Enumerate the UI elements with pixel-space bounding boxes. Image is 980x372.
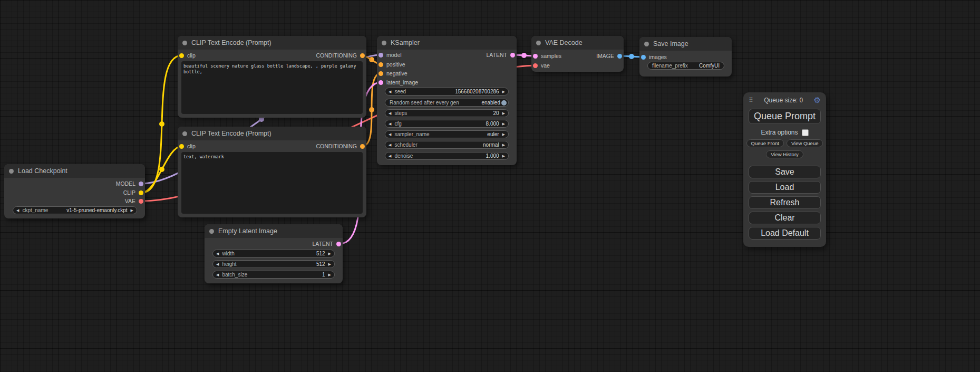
input-slot-clip[interactable]: clip	[179, 52, 196, 59]
widget-cfg[interactable]: ◀ cfg 8.000 ▶	[385, 120, 509, 128]
output-dot-model[interactable]	[139, 182, 143, 186]
collapse-dot-icon[interactable]	[644, 42, 649, 46]
node-title-bar[interactable]: Save Image	[639, 37, 732, 51]
decrement-arrow-icon[interactable]: ◀	[16, 208, 19, 212]
output-dot-conditioning[interactable]	[360, 144, 365, 149]
queue-front-button[interactable]: Queue Front	[746, 139, 784, 147]
output-dot-clip[interactable]	[139, 190, 143, 195]
increment-arrow-icon[interactable]: ▶	[502, 90, 505, 93]
increment-arrow-icon[interactable]: ▶	[502, 154, 505, 158]
input-slot-latent-image[interactable]: latent_image	[379, 79, 418, 86]
toggle-dot-icon[interactable]	[501, 100, 507, 106]
queue-prompt-button[interactable]: Queue Prompt	[749, 109, 821, 124]
increment-arrow-icon[interactable]: ▶	[502, 122, 505, 126]
input-slot-model[interactable]: model	[379, 51, 402, 59]
increment-arrow-icon[interactable]: ▶	[502, 111, 505, 115]
input-dot-clip[interactable]	[179, 53, 184, 58]
load-default-button[interactable]: Load Default	[749, 227, 821, 240]
input-slot-positive[interactable]: positive	[379, 61, 405, 68]
node-empty-latent-image[interactable]: Empty Latent Image LATENT ◀ width 512 ▶ …	[205, 224, 343, 283]
widget-sampler-name[interactable]: ◀ sampler_name euler ▶	[385, 130, 509, 138]
widget-random-seed-toggle[interactable]: Random seed after every gen enabled	[385, 99, 509, 107]
input-dot-clip[interactable]	[179, 144, 184, 149]
input-slot-clip[interactable]: clip	[179, 142, 196, 150]
settings-gear-icon[interactable]: ⚙	[814, 96, 821, 104]
widget-ckpt-name[interactable]: ◀ ckpt_name v1-5-pruned-emaonly.ckpt ▶	[13, 206, 137, 214]
widget-height[interactable]: ◀ height 512 ▶	[212, 260, 335, 268]
output-slot-latent[interactable]: LATENT	[313, 240, 341, 247]
widget-scheduler[interactable]: ◀ scheduler normal ▶	[385, 141, 509, 149]
decrement-arrow-icon[interactable]: ◀	[389, 111, 391, 115]
widget-steps[interactable]: ◀ steps 20 ▶	[385, 109, 509, 117]
node-title-bar[interactable]: Load Checkpoint	[4, 164, 145, 178]
widget-denoise[interactable]: ◀ denoise 1.000 ▶	[385, 152, 509, 160]
decrement-arrow-icon[interactable]: ◀	[216, 262, 219, 266]
input-dot-images[interactable]	[641, 55, 646, 60]
view-queue-button[interactable]: View Queue	[787, 139, 823, 147]
collapse-dot-icon[interactable]	[182, 41, 187, 45]
collapse-dot-icon[interactable]	[182, 131, 187, 136]
input-slot-samples[interactable]: samples	[533, 52, 561, 60]
node-title-bar[interactable]: KSampler	[377, 36, 517, 50]
node-clip-text-encode-positive[interactable]: CLIP Text Encode (Prompt) clip CONDITION…	[178, 36, 366, 118]
increment-arrow-icon[interactable]: ▶	[328, 252, 331, 255]
input-dot-latent-image[interactable]	[379, 80, 383, 85]
output-slot-latent[interactable]: LATENT	[487, 51, 515, 59]
input-dot-vae[interactable]	[533, 63, 538, 68]
output-dot-conditioning[interactable]	[360, 53, 365, 58]
widget-width[interactable]: ◀ width 512 ▶	[212, 250, 335, 257]
increment-arrow-icon[interactable]: ▶	[328, 273, 331, 276]
drag-handle-icon[interactable]: ⠿	[749, 97, 753, 104]
node-graph-canvas[interactable]: Load Checkpoint MODEL CLIP VAE ◀ ckpt_na…	[0, 0, 980, 372]
decrement-arrow-icon[interactable]: ◀	[389, 122, 391, 126]
decrement-arrow-icon[interactable]: ◀	[216, 273, 219, 276]
output-slot-conditioning[interactable]: CONDITIONING	[316, 142, 365, 150]
node-clip-text-encode-negative[interactable]: CLIP Text Encode (Prompt) clip CONDITION…	[178, 127, 366, 217]
decrement-arrow-icon[interactable]: ◀	[216, 252, 219, 255]
collapse-dot-icon[interactable]	[9, 169, 14, 174]
increment-arrow-icon[interactable]: ▶	[502, 132, 505, 136]
refresh-button[interactable]: Refresh	[749, 196, 821, 209]
load-button[interactable]: Load	[749, 181, 821, 194]
input-slot-images[interactable]: images	[641, 53, 667, 61]
increment-arrow-icon[interactable]: ▶	[502, 143, 505, 147]
input-dot-positive[interactable]	[379, 62, 383, 67]
node-save-image[interactable]: Save Image images filename_prefix ComfyU…	[639, 37, 732, 77]
output-slot-clip[interactable]: CLIP	[123, 189, 143, 196]
node-title-bar[interactable]: CLIP Text Encode (Prompt)	[178, 127, 366, 140]
output-slot-conditioning[interactable]: CONDITIONING	[316, 52, 365, 59]
widget-filename-prefix[interactable]: filename_prefix ComfyUI	[647, 62, 724, 70]
collapse-dot-icon[interactable]	[209, 229, 214, 234]
save-button[interactable]: Save	[749, 166, 821, 178]
increment-arrow-icon[interactable]: ▶	[328, 262, 331, 266]
input-slot-vae[interactable]: vae	[533, 62, 550, 69]
input-dot-negative[interactable]	[379, 71, 383, 76]
collapse-dot-icon[interactable]	[536, 41, 541, 45]
input-dot-samples[interactable]	[533, 54, 538, 59]
decrement-arrow-icon[interactable]: ◀	[389, 143, 391, 147]
output-dot-image[interactable]	[617, 54, 622, 59]
node-ksampler[interactable]: KSampler model positive negative latent_…	[377, 36, 517, 165]
prompt-textarea[interactable]: text, watermark	[181, 152, 363, 214]
collapse-dot-icon[interactable]	[382, 41, 386, 45]
output-slot-model[interactable]: MODEL	[116, 180, 143, 187]
widget-seed[interactable]: ◀ seed 156680208700286 ▶	[385, 88, 509, 96]
output-slot-image[interactable]: IMAGE	[596, 52, 622, 60]
increment-arrow-icon[interactable]: ▶	[131, 208, 133, 212]
output-slot-vae[interactable]: VAE	[125, 197, 143, 205]
output-dot-latent[interactable]	[510, 53, 515, 58]
node-title-bar[interactable]: Empty Latent Image	[205, 224, 343, 238]
node-title-bar[interactable]: VAE Decode	[531, 36, 624, 50]
clear-button[interactable]: Clear	[749, 212, 821, 224]
prompt-textarea[interactable]: beautiful scenery nature glass bottle la…	[181, 61, 363, 114]
input-dot-model[interactable]	[379, 53, 383, 58]
input-slot-negative[interactable]: negative	[379, 70, 407, 77]
decrement-arrow-icon[interactable]: ◀	[389, 154, 391, 158]
node-load-checkpoint[interactable]: Load Checkpoint MODEL CLIP VAE ◀ ckpt_na…	[4, 164, 145, 218]
node-title-bar[interactable]: CLIP Text Encode (Prompt)	[178, 36, 366, 50]
extra-options-checkbox[interactable]	[802, 129, 809, 136]
widget-batch-size[interactable]: ◀ batch_size 1 ▶	[212, 271, 335, 279]
output-dot-vae[interactable]	[139, 199, 143, 204]
node-vae-decode[interactable]: VAE Decode samples vae IMAGE	[531, 36, 624, 72]
decrement-arrow-icon[interactable]: ◀	[389, 132, 391, 136]
